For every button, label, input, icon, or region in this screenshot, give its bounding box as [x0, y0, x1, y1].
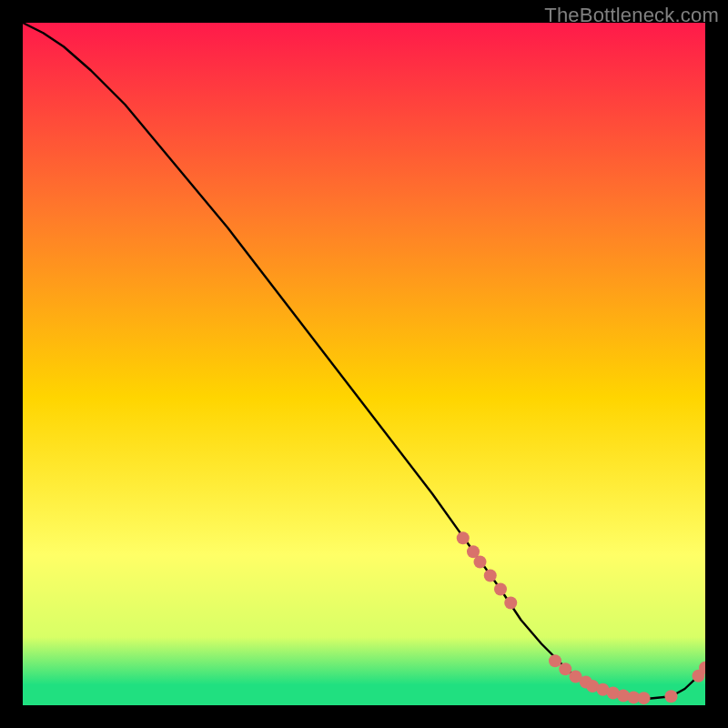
chart-container: TheBottleneck.com	[0, 0, 728, 728]
data-marker	[484, 570, 497, 582]
data-marker	[559, 662, 571, 675]
data-marker	[457, 531, 470, 544]
data-marker	[549, 654, 561, 667]
chart-svg	[23, 23, 705, 705]
data-marker	[504, 597, 517, 610]
watermark-label: TheBottleneck.com	[544, 4, 719, 27]
data-marker	[665, 690, 678, 703]
plot-area	[23, 23, 705, 705]
data-marker	[494, 583, 507, 596]
gradient-background	[23, 23, 705, 705]
data-marker	[474, 556, 487, 569]
data-marker	[638, 692, 651, 704]
